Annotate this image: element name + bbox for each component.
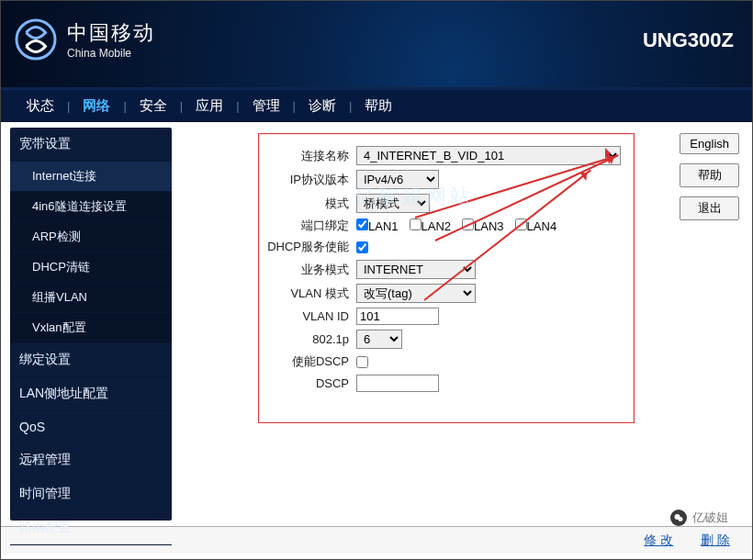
credit-text: 亿破姐 [692,510,728,526]
nav-status[interactable]: 状态 [14,97,67,115]
port-lan2-checkbox[interactable] [410,218,421,230]
nav-network[interactable]: 网络 [70,97,123,115]
port-lan4-label: LAN4 [527,219,557,233]
nav-diagnose[interactable]: 诊断 [296,97,349,115]
model-label: UNG300Z [643,28,734,52]
nav-app[interactable]: 应用 [183,97,236,115]
vlan-mode-select[interactable]: 改写(tag) [356,284,476,303]
brand-text: 中国移动 China Mobile [67,19,155,60]
label-mode: 模式 [266,196,349,212]
vlan-id-input[interactable] [356,308,439,325]
sidebar: 宽带设置 Internet连接 4in6隧道连接设置 ARP检测 DHCP清链 … [10,128,172,521]
sidebar-item-vxlan[interactable]: Vxlan配置 [10,313,172,343]
mode-select[interactable]: 桥模式 [356,194,430,213]
label-port-bind: 端口绑定 [266,218,349,234]
nav-security[interactable]: 安全 [127,97,180,115]
china-mobile-logo-icon [14,17,58,62]
help-button[interactable]: 帮助 [680,163,739,187]
sidebar-item-arp[interactable]: ARP检测 [10,222,172,252]
label-8021p: 802.1p [266,332,349,346]
port-lan1-label: LAN1 [368,219,399,233]
label-ip-ver: IP协议版本 [266,172,349,188]
sidebar-item-4in6[interactable]: 4in6隧道连接设置 [10,192,172,222]
label-dhcp-en: DHCP服务使能 [266,239,349,255]
sidebar-item-dhcp-clear[interactable]: DHCP清链 [10,252,172,283]
dhcp-enable-checkbox[interactable] [356,241,368,253]
sidebar-cat-qos[interactable]: QoS [10,411,172,443]
sidebar-cat-binding[interactable]: 绑定设置 [10,343,172,377]
delete-button[interactable]: 删 除 [701,532,730,549]
label-vlan-mode: VLAN 模式 [266,286,349,302]
sidebar-item-internet[interactable]: Internet连接 [10,162,172,192]
main-area: 连接名称 4_INTERNET_B_VID_101 IP协议版本 IPv4/v6… [181,128,743,521]
label-conn-name: 连接名称 [266,148,349,164]
brand-cn: 中国移动 [67,19,155,47]
label-dscp: DSCP [266,376,349,390]
ip-ver-select[interactable]: IPv4/v6 [356,170,439,189]
conn-name-select[interactable]: 4_INTERNET_B_VID_101 [356,146,621,165]
wechat-icon [670,510,687,526]
save-button[interactable]: 修 改 [644,532,673,549]
sidebar-cat-lan[interactable]: LAN侧地址配置 [10,377,172,411]
sidebar-cat-broadband[interactable]: 宽带设置 [10,128,172,162]
exit-button[interactable]: 退出 [680,196,739,220]
dscp-enable-checkbox[interactable] [356,356,368,368]
brand-block: 中国移动 China Mobile [14,17,155,62]
8021p-select[interactable]: 6 [356,330,402,349]
port-lan3-label: LAN3 [474,219,504,233]
sidebar-cat-remote[interactable]: 远程管理 [10,443,172,477]
sidebar-cat-time[interactable]: 时间管理 [10,477,172,511]
app-header: 中国移动 China Mobile UNG300Z [1,1,752,89]
port-lan2-label: LAN2 [421,219,452,233]
nav-help[interactable]: 帮助 [352,97,405,115]
svg-point-2 [679,517,683,521]
label-vlan-id: VLAN ID [266,309,349,323]
svc-mode-select[interactable]: INTERNET [356,260,476,279]
sidebar-item-multicast-vlan[interactable]: 组播VLAN [10,283,172,313]
side-buttons: English 帮助 退出 [680,133,739,220]
port-lan1-checkbox[interactable] [356,218,368,230]
nav-manage[interactable]: 管理 [240,97,293,115]
sidebar-cat-route[interactable]: 路由配置 [10,511,172,545]
settings-panel: 连接名称 4_INTERNET_B_VID_101 IP协议版本 IPv4/v6… [258,133,635,423]
dscp-input[interactable] [356,375,439,392]
english-button[interactable]: English [680,133,739,154]
credit-badge: 亿破姐 [670,510,728,526]
label-dscp-en: 使能DSCP [266,353,349,370]
label-svc-mode: 业务模式 [266,262,349,278]
brand-en: China Mobile [67,47,155,60]
main-nav: 状态| 网络| 安全| 应用| 管理| 诊断| 帮助 [1,89,752,122]
